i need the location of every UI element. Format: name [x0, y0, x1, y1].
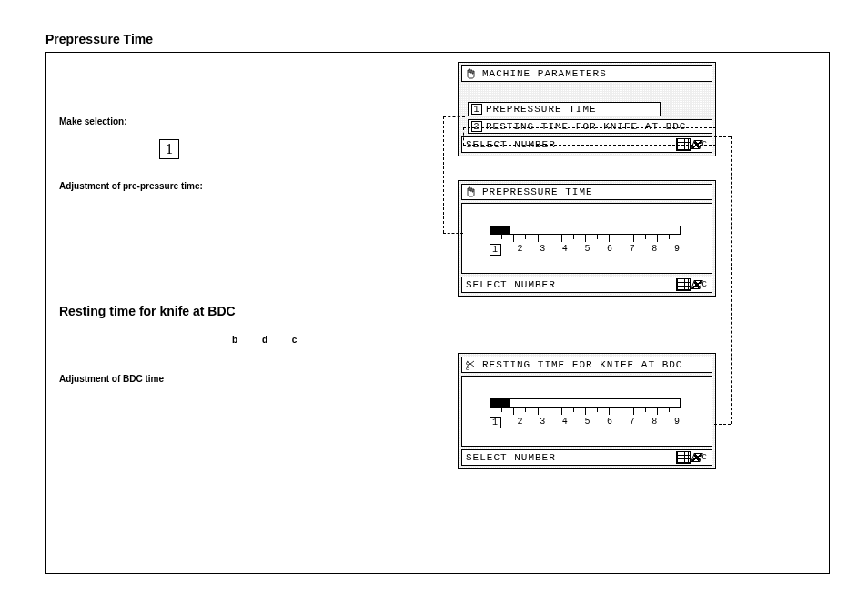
- panel2-title: PREPRESSURE TIME: [480, 186, 710, 197]
- resting-time-panel: RESTING TIME FOR KNIFE AT BDC 123456789 …: [458, 353, 716, 469]
- section1-title: Prepressure Time: [45, 32, 830, 46]
- connector-line: [443, 116, 465, 117]
- make-selection-label: Make selection:: [59, 116, 405, 126]
- hand-icon: [464, 67, 477, 80]
- connector-line: [443, 233, 463, 234]
- adjust-bdc-label: Adjustment of BDC time: [59, 374, 405, 384]
- panel1-title: MACHINE PARAMETERS: [480, 68, 710, 79]
- keypad-icon[interactable]: [676, 278, 691, 291]
- scale-number: 1: [490, 417, 501, 428]
- menu-item-1-label: PREPRESSURE TIME: [486, 104, 597, 115]
- connector-line: [731, 136, 732, 424]
- menu-item-1[interactable]: 1 PREPRESSURE TIME: [468, 102, 661, 116]
- scale-number: 4: [562, 417, 569, 428]
- prepressure-time-panel: PREPRESSURE TIME 123456789 SELECT NUMBER…: [458, 180, 716, 297]
- menu-item-1-number: 1: [471, 104, 482, 115]
- scale-number: 5: [584, 417, 590, 428]
- scale-number: 1: [490, 244, 501, 256]
- panel2-footer-label: SELECT NUMBER: [466, 279, 556, 290]
- scale-number: 3: [540, 417, 546, 428]
- scale-number: 2: [518, 417, 524, 428]
- scale-number: 6: [607, 244, 613, 256]
- connector-line: [714, 136, 731, 137]
- panel3-title: RESTING TIME FOR KNIFE AT BDC: [480, 359, 710, 370]
- hand-icon: [464, 186, 477, 198]
- scale-number: 6: [607, 417, 613, 428]
- selection-box[interactable]: 1: [159, 139, 179, 159]
- scale-number: 8: [651, 417, 658, 428]
- scale-number: 2: [518, 244, 524, 256]
- cut-icon: [464, 358, 477, 371]
- resting-time-slider[interactable]: [490, 398, 681, 408]
- adjust-prepressure-label: Adjustment of pre-pressure time:: [59, 181, 405, 191]
- highlight-box: [463, 127, 716, 146]
- clear-button[interactable]: C: [692, 280, 708, 289]
- panel3-footer-label: SELECT NUMBER: [466, 452, 556, 463]
- connector-line: [714, 424, 731, 425]
- connector-line: [443, 116, 444, 233]
- scale-number: 5: [584, 244, 590, 256]
- page-frame: Make selection: 1 Adjustment of pre-pres…: [45, 52, 830, 574]
- scale-number: 3: [540, 244, 546, 256]
- prepressure-slider[interactable]: [490, 226, 681, 235]
- clear-button[interactable]: C: [692, 453, 708, 462]
- bdc-letters: b d c: [232, 335, 405, 345]
- scale-number: 7: [630, 417, 636, 428]
- scale-number: 9: [674, 244, 681, 256]
- scale-number: 9: [674, 417, 681, 428]
- keypad-icon[interactable]: [676, 451, 691, 464]
- scale-number: 7: [630, 244, 636, 256]
- scale-number: 4: [562, 244, 569, 256]
- scale-number: 8: [651, 244, 658, 256]
- section2-title: Resting time for knife at BDC: [59, 304, 405, 318]
